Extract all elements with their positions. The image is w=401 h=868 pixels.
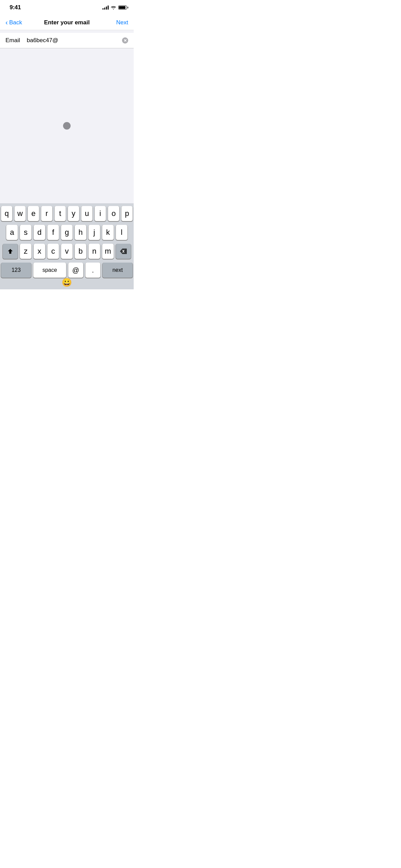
status-bar: 9:41 [0, 0, 134, 15]
period-key[interactable]: . [85, 263, 100, 278]
key-h[interactable]: h [75, 225, 86, 240]
key-r[interactable]: r [41, 206, 52, 221]
key-d[interactable]: d [34, 225, 45, 240]
status-icons [102, 5, 127, 10]
key-k[interactable]: k [102, 225, 114, 240]
shift-key[interactable] [3, 244, 18, 259]
content-area [0, 48, 134, 203]
key-c[interactable]: c [47, 244, 59, 259]
emoji-button[interactable]: 😀 [59, 275, 74, 290]
key-e[interactable]: e [28, 206, 39, 221]
battery-icon [118, 5, 127, 10]
bottom-bar: 😀 [0, 279, 134, 289]
numbers-label: 123 [12, 267, 21, 273]
key-m[interactable]: m [102, 244, 114, 259]
at-label: @ [72, 266, 79, 274]
key-s[interactable]: s [20, 225, 32, 240]
numbers-key[interactable]: 123 [1, 263, 31, 278]
status-time: 9:41 [10, 4, 21, 11]
email-input-wrapper [27, 37, 122, 44]
key-t[interactable]: t [54, 206, 66, 221]
key-i[interactable]: i [95, 206, 106, 221]
key-j[interactable]: j [88, 225, 100, 240]
keyboard-row-3: z x c v b n m [1, 244, 133, 259]
email-input[interactable] [27, 37, 122, 44]
emoji-icon: 😀 [62, 278, 72, 287]
email-label: Email [5, 37, 23, 44]
key-a[interactable]: a [6, 225, 18, 240]
key-g[interactable]: g [61, 225, 73, 240]
nav-bar: ‹ Back Enter your email Next [0, 15, 134, 30]
keyboard: q w e r t y u i o p a s d f g h j k l z … [0, 203, 134, 279]
next-button[interactable]: Next [104, 19, 128, 26]
key-w[interactable]: w [14, 206, 26, 221]
signal-bars-icon [102, 5, 109, 10]
key-y[interactable]: y [68, 206, 79, 221]
key-p[interactable]: p [121, 206, 133, 221]
key-x[interactable]: x [34, 244, 45, 259]
keyboard-row-1: q w e r t y u i o p [1, 206, 133, 221]
key-b[interactable]: b [75, 244, 86, 259]
key-z[interactable]: z [20, 244, 32, 259]
page-title: Enter your email [29, 19, 104, 26]
space-label: space [42, 267, 57, 273]
key-l[interactable]: l [116, 225, 127, 240]
keyboard-next-label: next [112, 267, 123, 273]
email-field-row: Email [0, 33, 134, 48]
period-label: . [92, 266, 94, 274]
key-v[interactable]: v [61, 244, 73, 259]
key-q[interactable]: q [1, 206, 12, 221]
back-label: Back [9, 19, 22, 26]
chevron-left-icon: ‹ [5, 19, 8, 26]
key-o[interactable]: o [108, 206, 119, 221]
key-n[interactable]: n [88, 244, 100, 259]
clear-button[interactable] [122, 37, 128, 44]
keyboard-next-key[interactable]: next [102, 263, 133, 278]
key-f[interactable]: f [47, 225, 59, 240]
loading-indicator [63, 122, 71, 130]
delete-key[interactable] [116, 244, 131, 259]
keyboard-row-2: a s d f g h j k l [1, 225, 133, 240]
key-u[interactable]: u [81, 206, 93, 221]
back-button[interactable]: ‹ Back [5, 19, 29, 26]
wifi-icon [111, 5, 116, 10]
nav-separator [0, 30, 134, 33]
